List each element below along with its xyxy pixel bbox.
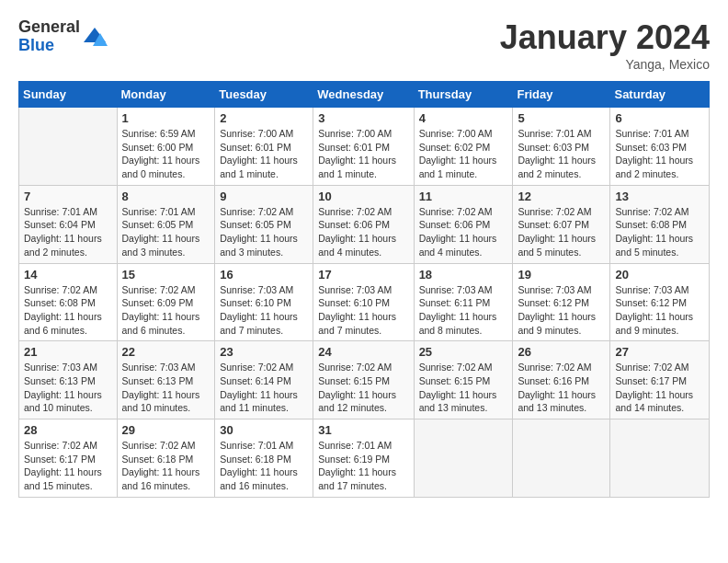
page-header: General Blue January 2024 Yanga, Mexico bbox=[18, 18, 710, 72]
calendar-cell: 3Sunrise: 7:00 AM Sunset: 6:01 PM Daylig… bbox=[313, 108, 414, 186]
day-number: 19 bbox=[518, 268, 605, 282]
calendar-cell: 14Sunrise: 7:02 AM Sunset: 6:08 PM Dayli… bbox=[19, 263, 118, 341]
day-number: 26 bbox=[518, 345, 605, 359]
calendar-cell: 4Sunrise: 7:00 AM Sunset: 6:02 PM Daylig… bbox=[414, 108, 513, 186]
day-info: Sunrise: 7:03 AM Sunset: 6:13 PM Dayligh… bbox=[24, 361, 112, 415]
day-number: 24 bbox=[318, 345, 408, 359]
day-number: 16 bbox=[220, 268, 308, 282]
day-info: Sunrise: 7:01 AM Sunset: 6:18 PM Dayligh… bbox=[220, 439, 308, 493]
day-info: Sunrise: 7:03 AM Sunset: 6:13 PM Dayligh… bbox=[122, 361, 210, 415]
day-number: 8 bbox=[122, 190, 210, 203]
day-info: Sunrise: 7:00 AM Sunset: 6:01 PM Dayligh… bbox=[318, 127, 408, 181]
day-info: Sunrise: 7:01 AM Sunset: 6:03 PM Dayligh… bbox=[615, 127, 704, 181]
calendar-body: 1Sunrise: 6:59 AM Sunset: 6:00 PM Daylig… bbox=[19, 108, 710, 498]
calendar-cell: 15Sunrise: 7:02 AM Sunset: 6:09 PM Dayli… bbox=[117, 263, 215, 341]
day-info: Sunrise: 7:02 AM Sunset: 6:05 PM Dayligh… bbox=[220, 205, 308, 259]
calendar-cell: 11Sunrise: 7:02 AM Sunset: 6:06 PM Dayli… bbox=[414, 185, 513, 263]
calendar-cell bbox=[513, 419, 610, 498]
day-number: 22 bbox=[122, 345, 210, 359]
day-number: 4 bbox=[419, 111, 508, 125]
calendar-week-row: 7Sunrise: 7:01 AM Sunset: 6:04 PM Daylig… bbox=[19, 185, 710, 263]
calendar-cell bbox=[414, 419, 513, 498]
calendar-cell: 12Sunrise: 7:02 AM Sunset: 6:07 PM Dayli… bbox=[513, 185, 610, 263]
day-info: Sunrise: 7:02 AM Sunset: 6:17 PM Dayligh… bbox=[615, 361, 704, 415]
calendar-cell: 17Sunrise: 7:03 AM Sunset: 6:10 PM Dayli… bbox=[313, 263, 414, 341]
day-number: 1 bbox=[122, 111, 210, 125]
calendar-cell: 16Sunrise: 7:03 AM Sunset: 6:10 PM Dayli… bbox=[215, 263, 313, 341]
day-number: 20 bbox=[615, 268, 704, 282]
calendar-cell: 27Sunrise: 7:02 AM Sunset: 6:17 PM Dayli… bbox=[610, 341, 710, 419]
calendar-header: SundayMondayTuesdayWednesdayThursdayFrid… bbox=[19, 82, 710, 108]
day-info: Sunrise: 7:03 AM Sunset: 6:12 PM Dayligh… bbox=[518, 283, 605, 338]
day-number: 18 bbox=[419, 268, 508, 282]
calendar-cell: 5Sunrise: 7:01 AM Sunset: 6:03 PM Daylig… bbox=[513, 108, 610, 186]
calendar-cell: 18Sunrise: 7:03 AM Sunset: 6:11 PM Dayli… bbox=[414, 263, 513, 341]
header-day-friday: Friday bbox=[513, 82, 610, 108]
day-info: Sunrise: 7:03 AM Sunset: 6:12 PM Dayligh… bbox=[615, 283, 704, 338]
calendar-week-row: 28Sunrise: 7:02 AM Sunset: 6:17 PM Dayli… bbox=[19, 419, 710, 498]
header-day-sunday: Sunday bbox=[19, 82, 118, 108]
day-number: 25 bbox=[419, 345, 508, 359]
day-info: Sunrise: 7:01 AM Sunset: 6:04 PM Dayligh… bbox=[24, 205, 112, 259]
day-number: 11 bbox=[419, 190, 508, 203]
logo: General Blue bbox=[18, 18, 108, 55]
calendar-cell: 29Sunrise: 7:02 AM Sunset: 6:18 PM Dayli… bbox=[117, 419, 215, 498]
day-info: Sunrise: 7:01 AM Sunset: 6:03 PM Dayligh… bbox=[518, 127, 605, 181]
day-info: Sunrise: 7:02 AM Sunset: 6:06 PM Dayligh… bbox=[419, 205, 508, 259]
title-area: January 2024 Yanga, Mexico bbox=[500, 18, 710, 72]
day-info: Sunrise: 7:02 AM Sunset: 6:09 PM Dayligh… bbox=[122, 283, 210, 338]
calendar-cell: 20Sunrise: 7:03 AM Sunset: 6:12 PM Dayli… bbox=[610, 263, 710, 341]
header-day-wednesday: Wednesday bbox=[313, 82, 414, 108]
calendar-cell: 30Sunrise: 7:01 AM Sunset: 6:18 PM Dayli… bbox=[215, 419, 313, 498]
day-number: 5 bbox=[518, 111, 605, 125]
day-info: Sunrise: 7:00 AM Sunset: 6:02 PM Dayligh… bbox=[419, 127, 508, 181]
month-title: January 2024 bbox=[500, 18, 710, 57]
day-info: Sunrise: 7:02 AM Sunset: 6:08 PM Dayligh… bbox=[615, 205, 704, 259]
day-info: Sunrise: 7:02 AM Sunset: 6:16 PM Dayligh… bbox=[518, 361, 605, 415]
header-row: SundayMondayTuesdayWednesdayThursdayFrid… bbox=[19, 82, 710, 108]
calendar-cell: 26Sunrise: 7:02 AM Sunset: 6:16 PM Dayli… bbox=[513, 341, 610, 419]
day-info: Sunrise: 7:03 AM Sunset: 6:10 PM Dayligh… bbox=[318, 283, 408, 338]
calendar-week-row: 21Sunrise: 7:03 AM Sunset: 6:13 PM Dayli… bbox=[19, 341, 710, 419]
calendar-cell: 25Sunrise: 7:02 AM Sunset: 6:15 PM Dayli… bbox=[414, 341, 513, 419]
header-day-monday: Monday bbox=[117, 82, 215, 108]
calendar-cell: 7Sunrise: 7:01 AM Sunset: 6:04 PM Daylig… bbox=[19, 185, 118, 263]
day-number: 29 bbox=[122, 423, 210, 437]
day-info: Sunrise: 7:02 AM Sunset: 6:17 PM Dayligh… bbox=[24, 439, 112, 493]
calendar-cell bbox=[19, 108, 118, 186]
day-number: 27 bbox=[615, 345, 704, 359]
day-info: Sunrise: 7:03 AM Sunset: 6:11 PM Dayligh… bbox=[419, 283, 508, 338]
day-number: 2 bbox=[220, 111, 308, 125]
day-number: 7 bbox=[24, 190, 112, 203]
day-number: 23 bbox=[220, 345, 308, 359]
logo-general: General bbox=[18, 18, 80, 37]
calendar-cell: 6Sunrise: 7:01 AM Sunset: 6:03 PM Daylig… bbox=[610, 108, 710, 186]
calendar-cell: 19Sunrise: 7:03 AM Sunset: 6:12 PM Dayli… bbox=[513, 263, 610, 341]
day-info: Sunrise: 7:02 AM Sunset: 6:14 PM Dayligh… bbox=[220, 361, 308, 415]
day-number: 31 bbox=[318, 423, 408, 437]
day-number: 9 bbox=[220, 190, 308, 203]
day-info: Sunrise: 7:02 AM Sunset: 6:18 PM Dayligh… bbox=[122, 439, 210, 493]
calendar-week-row: 1Sunrise: 6:59 AM Sunset: 6:00 PM Daylig… bbox=[19, 108, 710, 186]
logo-icon bbox=[82, 24, 108, 50]
day-number: 15 bbox=[122, 268, 210, 282]
calendar-cell: 31Sunrise: 7:01 AM Sunset: 6:19 PM Dayli… bbox=[313, 419, 414, 498]
day-info: Sunrise: 7:01 AM Sunset: 6:19 PM Dayligh… bbox=[318, 439, 408, 493]
calendar-cell: 23Sunrise: 7:02 AM Sunset: 6:14 PM Dayli… bbox=[215, 341, 313, 419]
day-info: Sunrise: 7:02 AM Sunset: 6:07 PM Dayligh… bbox=[518, 205, 605, 259]
day-number: 14 bbox=[24, 268, 112, 282]
calendar-cell: 9Sunrise: 7:02 AM Sunset: 6:05 PM Daylig… bbox=[215, 185, 313, 263]
day-info: Sunrise: 7:00 AM Sunset: 6:01 PM Dayligh… bbox=[220, 127, 308, 181]
day-number: 3 bbox=[318, 111, 408, 125]
header-day-thursday: Thursday bbox=[414, 82, 513, 108]
calendar-cell: 21Sunrise: 7:03 AM Sunset: 6:13 PM Dayli… bbox=[19, 341, 118, 419]
calendar-cell: 28Sunrise: 7:02 AM Sunset: 6:17 PM Dayli… bbox=[19, 419, 118, 498]
day-number: 17 bbox=[318, 268, 408, 282]
day-number: 10 bbox=[318, 190, 408, 203]
logo-blue: Blue bbox=[18, 37, 80, 55]
day-info: Sunrise: 7:02 AM Sunset: 6:08 PM Dayligh… bbox=[24, 283, 112, 338]
day-info: Sunrise: 7:03 AM Sunset: 6:10 PM Dayligh… bbox=[220, 283, 308, 338]
day-number: 30 bbox=[220, 423, 308, 437]
calendar-week-row: 14Sunrise: 7:02 AM Sunset: 6:08 PM Dayli… bbox=[19, 263, 710, 341]
day-number: 6 bbox=[615, 111, 704, 125]
